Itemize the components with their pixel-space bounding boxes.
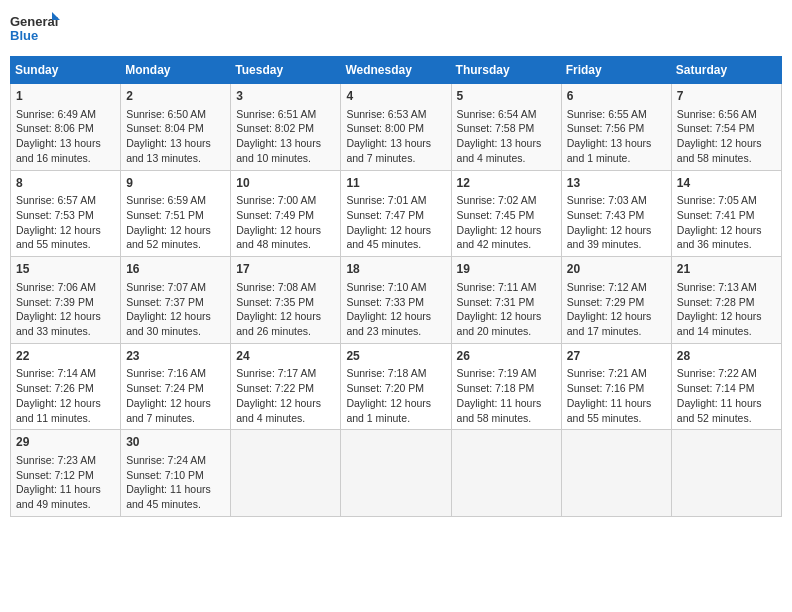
day-info: Sunrise: 7:05 AM	[677, 193, 776, 208]
day-number: 25	[346, 348, 445, 365]
day-number: 12	[457, 175, 556, 192]
day-cell: 2Sunrise: 6:50 AMSunset: 8:04 PMDaylight…	[121, 84, 231, 171]
calendar-table: SundayMondayTuesdayWednesdayThursdayFrid…	[10, 56, 782, 517]
day-info: Sunrise: 6:56 AM	[677, 107, 776, 122]
day-info: Sunrise: 6:57 AM	[16, 193, 115, 208]
day-info: Daylight: 12 hours	[236, 223, 335, 238]
day-cell: 25Sunrise: 7:18 AMSunset: 7:20 PMDayligh…	[341, 343, 451, 430]
day-cell: 19Sunrise: 7:11 AMSunset: 7:31 PMDayligh…	[451, 257, 561, 344]
day-info: and 48 minutes.	[236, 237, 335, 252]
day-cell: 23Sunrise: 7:16 AMSunset: 7:24 PMDayligh…	[121, 343, 231, 430]
day-info: Daylight: 12 hours	[126, 223, 225, 238]
day-info: and 17 minutes.	[567, 324, 666, 339]
day-info: and 55 minutes.	[567, 411, 666, 426]
day-info: and 58 minutes.	[677, 151, 776, 166]
day-info: and 26 minutes.	[236, 324, 335, 339]
day-info: and 7 minutes.	[346, 151, 445, 166]
day-info: and 4 minutes.	[236, 411, 335, 426]
day-info: Sunrise: 7:00 AM	[236, 193, 335, 208]
day-info: Sunset: 7:18 PM	[457, 381, 556, 396]
day-info: Sunrise: 7:13 AM	[677, 280, 776, 295]
day-cell: 10Sunrise: 7:00 AMSunset: 7:49 PMDayligh…	[231, 170, 341, 257]
week-row-5: 29Sunrise: 7:23 AMSunset: 7:12 PMDayligh…	[11, 430, 782, 517]
day-info: Sunrise: 7:14 AM	[16, 366, 115, 381]
day-cell: 11Sunrise: 7:01 AMSunset: 7:47 PMDayligh…	[341, 170, 451, 257]
day-cell: 18Sunrise: 7:10 AMSunset: 7:33 PMDayligh…	[341, 257, 451, 344]
day-info: Sunset: 7:29 PM	[567, 295, 666, 310]
day-info: Daylight: 13 hours	[126, 136, 225, 151]
day-cell: 24Sunrise: 7:17 AMSunset: 7:22 PMDayligh…	[231, 343, 341, 430]
day-cell: 6Sunrise: 6:55 AMSunset: 7:56 PMDaylight…	[561, 84, 671, 171]
day-number: 1	[16, 88, 115, 105]
day-info: Sunset: 7:45 PM	[457, 208, 556, 223]
day-number: 24	[236, 348, 335, 365]
day-info: and 1 minute.	[567, 151, 666, 166]
day-number: 6	[567, 88, 666, 105]
day-info: and 4 minutes.	[457, 151, 556, 166]
day-info: Daylight: 12 hours	[236, 396, 335, 411]
day-info: Sunrise: 7:10 AM	[346, 280, 445, 295]
day-cell: 30Sunrise: 7:24 AMSunset: 7:10 PMDayligh…	[121, 430, 231, 517]
day-cell: 28Sunrise: 7:22 AMSunset: 7:14 PMDayligh…	[671, 343, 781, 430]
day-info: Sunrise: 7:01 AM	[346, 193, 445, 208]
day-info: Daylight: 12 hours	[16, 223, 115, 238]
day-number: 11	[346, 175, 445, 192]
day-info: Sunset: 7:24 PM	[126, 381, 225, 396]
day-info: Sunset: 7:56 PM	[567, 121, 666, 136]
day-cell: 17Sunrise: 7:08 AMSunset: 7:35 PMDayligh…	[231, 257, 341, 344]
day-info: and 58 minutes.	[457, 411, 556, 426]
day-info: Sunrise: 7:18 AM	[346, 366, 445, 381]
day-info: Sunset: 7:12 PM	[16, 468, 115, 483]
day-number: 26	[457, 348, 556, 365]
day-info: Sunset: 7:26 PM	[16, 381, 115, 396]
day-cell: 12Sunrise: 7:02 AMSunset: 7:45 PMDayligh…	[451, 170, 561, 257]
day-info: Sunset: 7:53 PM	[16, 208, 115, 223]
day-info: Daylight: 13 hours	[236, 136, 335, 151]
day-info: Daylight: 12 hours	[236, 309, 335, 324]
day-info: and 39 minutes.	[567, 237, 666, 252]
day-info: Sunrise: 7:06 AM	[16, 280, 115, 295]
day-number: 19	[457, 261, 556, 278]
day-info: Sunrise: 7:11 AM	[457, 280, 556, 295]
day-info: and 52 minutes.	[126, 237, 225, 252]
day-number: 13	[567, 175, 666, 192]
day-info: Sunset: 7:41 PM	[677, 208, 776, 223]
day-info: and 23 minutes.	[346, 324, 445, 339]
day-info: Sunrise: 6:53 AM	[346, 107, 445, 122]
day-info: Sunset: 7:39 PM	[16, 295, 115, 310]
day-cell	[451, 430, 561, 517]
day-info: Sunrise: 7:07 AM	[126, 280, 225, 295]
day-info: and 45 minutes.	[126, 497, 225, 512]
page-header: General Blue	[10, 10, 782, 48]
day-info: Daylight: 12 hours	[16, 396, 115, 411]
day-number: 20	[567, 261, 666, 278]
day-info: and 16 minutes.	[16, 151, 115, 166]
day-info: Sunrise: 7:19 AM	[457, 366, 556, 381]
week-row-3: 15Sunrise: 7:06 AMSunset: 7:39 PMDayligh…	[11, 257, 782, 344]
day-number: 30	[126, 434, 225, 451]
day-info: Daylight: 11 hours	[457, 396, 556, 411]
header-cell-thursday: Thursday	[451, 57, 561, 84]
week-row-1: 1Sunrise: 6:49 AMSunset: 8:06 PMDaylight…	[11, 84, 782, 171]
day-info: and 10 minutes.	[236, 151, 335, 166]
day-info: Sunrise: 7:22 AM	[677, 366, 776, 381]
day-info: Sunset: 7:20 PM	[346, 381, 445, 396]
day-info: Sunset: 7:16 PM	[567, 381, 666, 396]
day-info: Daylight: 12 hours	[457, 223, 556, 238]
header-cell-saturday: Saturday	[671, 57, 781, 84]
day-number: 29	[16, 434, 115, 451]
day-info: Sunset: 7:10 PM	[126, 468, 225, 483]
day-info: Daylight: 12 hours	[677, 223, 776, 238]
day-info: Daylight: 12 hours	[346, 223, 445, 238]
day-number: 9	[126, 175, 225, 192]
day-cell: 7Sunrise: 6:56 AMSunset: 7:54 PMDaylight…	[671, 84, 781, 171]
day-info: Sunrise: 7:17 AM	[236, 366, 335, 381]
day-info: Sunrise: 7:23 AM	[16, 453, 115, 468]
day-info: and 55 minutes.	[16, 237, 115, 252]
day-info: Daylight: 12 hours	[16, 309, 115, 324]
day-info: Daylight: 12 hours	[677, 309, 776, 324]
header-cell-friday: Friday	[561, 57, 671, 84]
svg-text:General: General	[10, 14, 58, 29]
day-info: Sunset: 7:58 PM	[457, 121, 556, 136]
day-info: Sunrise: 6:54 AM	[457, 107, 556, 122]
